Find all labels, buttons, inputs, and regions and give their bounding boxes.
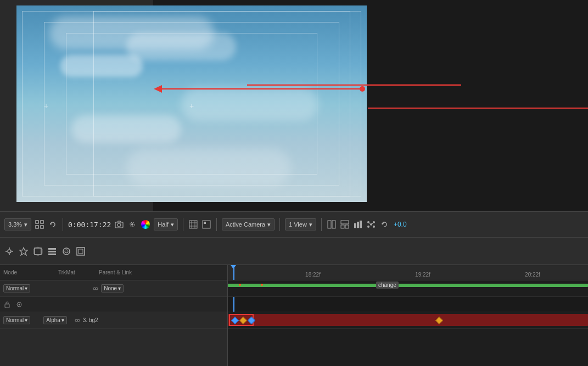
network-icon[interactable] (366, 219, 376, 229)
svg-rect-7 (36, 226, 38, 228)
svg-rect-25 (345, 225, 349, 228)
mode-dropdown-1[interactable]: Normal ▾ (3, 284, 30, 292)
svg-rect-51 (79, 249, 83, 254)
divider-1 (63, 218, 63, 231)
rotation-value: +0.0 (394, 221, 407, 228)
channel-icon[interactable] (201, 219, 211, 229)
trkmat-arrow-2: ▾ (61, 317, 64, 323)
timeline-content: 18:22f 19:22f 20:22f (228, 265, 588, 366)
crosshair-center: + (189, 102, 194, 110)
tl-motion-icon[interactable] (4, 246, 14, 256)
svg-point-32 (367, 226, 369, 228)
reset-rotation-icon[interactable] (379, 219, 389, 229)
change-label: change (376, 281, 399, 289)
parent-value-1: None (104, 285, 117, 291)
timeline-toolbar (0, 238, 588, 265)
track-content-2 (228, 312, 588, 329)
svg-point-29 (370, 223, 372, 226)
camera-value: Active Camera (226, 221, 265, 228)
camera-dropdown[interactable]: Active Camera ▾ (222, 218, 275, 230)
cycle-icon[interactable] (48, 219, 58, 229)
svg-rect-14 (189, 221, 197, 228)
divider-2 (183, 218, 183, 231)
mode-dropdown-2[interactable]: Normal ▾ (3, 316, 30, 324)
svg-rect-47 (48, 254, 56, 255)
crosshair-left: + (44, 102, 48, 110)
ruler-playhead (233, 265, 234, 280)
resolution-value: Half (158, 221, 169, 228)
tl-box-icon[interactable] (33, 246, 43, 256)
timeline-tracks: Mode TrkMat Parent & Link Normal ▾ (0, 265, 588, 366)
ruler-playhead-arrow (231, 265, 236, 269)
svg-point-57 (19, 303, 20, 305)
divider-3 (216, 218, 217, 231)
tl-layers-icon[interactable] (47, 246, 57, 256)
parent-dropdown-1[interactable]: None ▾ (101, 284, 124, 292)
fit-icon[interactable] (35, 219, 44, 229)
svg-rect-55 (5, 304, 9, 308)
svg-rect-43 (35, 248, 41, 255)
color-wheel-icon[interactable] (141, 219, 150, 229)
col-headers: Mode TrkMat Parent & Link (0, 265, 227, 280)
view-dropdown[interactable]: 1 View ▾ (285, 218, 316, 230)
mode-col-header: Mode (3, 269, 47, 275)
tl-circle-icon[interactable] (61, 246, 71, 256)
track-row-label (0, 297, 227, 312)
svg-rect-8 (41, 226, 43, 228)
svg-point-58 (75, 319, 77, 322)
zoom-value: 3.3% (8, 221, 22, 228)
track-row-1: Normal ▾ None ▾ (0, 280, 227, 297)
track-content-gap (228, 297, 588, 312)
preview-section: + + (0, 0, 371, 211)
svg-point-59 (77, 319, 80, 322)
red-bar (228, 314, 588, 326)
svg-rect-26 (354, 223, 356, 228)
svg-rect-20 (204, 222, 206, 224)
zoom-dropdown[interactable]: 3.3% ▾ (4, 218, 31, 230)
snapshot-icon[interactable] (114, 219, 124, 229)
svg-rect-28 (360, 221, 362, 228)
svg-rect-50 (77, 247, 85, 255)
svg-rect-24 (341, 225, 344, 228)
resolution-dropdown[interactable]: Half ▾ (154, 218, 178, 230)
guide-rect-inner (93, 11, 350, 196)
svg-rect-5 (36, 221, 38, 223)
svg-point-52 (93, 288, 96, 290)
timecode-display[interactable]: 0:00:17:22 (68, 221, 111, 229)
content-playhead (233, 297, 234, 312)
grid-overlay-icon[interactable] (188, 219, 198, 229)
tl-star-icon[interactable] (19, 246, 29, 256)
svg-point-30 (367, 221, 369, 223)
svg-point-49 (65, 250, 68, 253)
motion-blur-icon[interactable] (127, 219, 137, 229)
timeline-section: Mode TrkMat Parent & Link Normal ▾ (0, 238, 588, 366)
svg-point-31 (373, 221, 375, 223)
mode-arrow-2: ▾ (25, 317, 27, 323)
track-row-2: Normal ▾ Alpha ▾ 3. bg2 (0, 312, 227, 329)
time-mark-1822: 18:22f (305, 272, 321, 278)
zoom-arrow: ▾ (24, 221, 27, 228)
svg-rect-45 (48, 248, 56, 250)
camera-arrow: ▾ (267, 221, 271, 228)
svg-point-37 (8, 250, 11, 253)
layout-icon-1[interactable] (327, 219, 337, 229)
svg-rect-22 (332, 221, 335, 228)
time-mark-2022: 20:22f (525, 272, 540, 278)
resolution-arrow: ▾ (171, 221, 174, 228)
svg-rect-27 (357, 222, 359, 228)
svg-line-35 (372, 223, 373, 224)
spiral-icon (15, 301, 23, 308)
layout-icon-2[interactable] (340, 219, 350, 229)
bar-chart-icon[interactable] (353, 219, 363, 229)
svg-point-48 (63, 248, 70, 255)
svg-point-13 (131, 223, 133, 226)
parent-arrow-1: ▾ (118, 285, 121, 291)
tl-bracket-icon[interactable] (76, 246, 86, 256)
divider-5 (321, 218, 322, 231)
mode-arrow-1: ▾ (25, 285, 27, 291)
trkmat-dropdown-2[interactable]: Alpha ▾ (43, 316, 67, 324)
time-mark-1922: 19:22f (415, 272, 430, 278)
trkmat-col-header: TrkMat (58, 269, 97, 275)
track-header: Mode TrkMat Parent & Link Normal ▾ (0, 265, 228, 366)
trkmat-value-2: Alpha (46, 317, 60, 323)
